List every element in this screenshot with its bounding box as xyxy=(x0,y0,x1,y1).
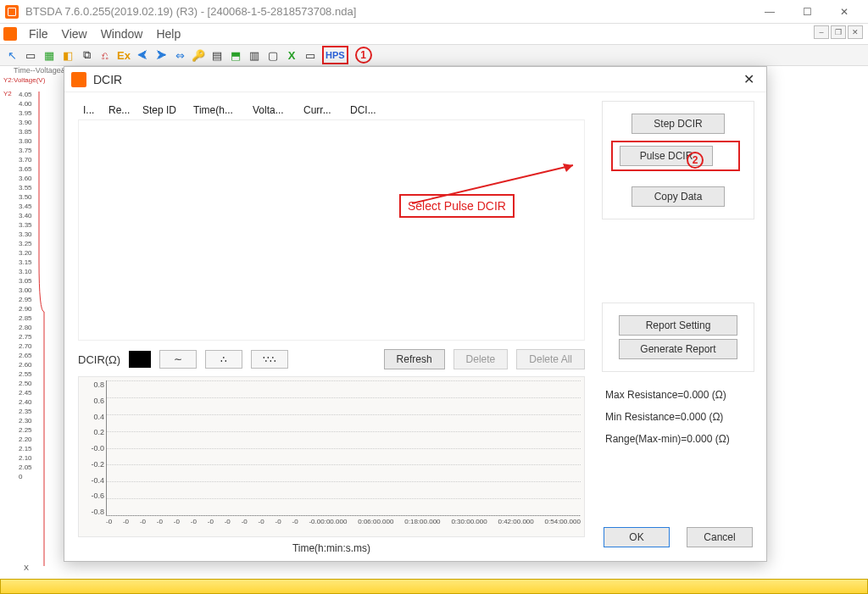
toolbar-icon[interactable]: Ex xyxy=(115,47,132,64)
refresh-button[interactable]: Refresh xyxy=(384,349,445,369)
menu-file[interactable]: File xyxy=(22,25,55,42)
line-style-1[interactable]: ∼ xyxy=(159,350,197,369)
report-group: Report Setting Generate Report xyxy=(602,303,754,372)
dialog-icon xyxy=(71,72,86,87)
toolbar-icon[interactable]: ⎌ xyxy=(97,47,114,64)
toolbar-icon[interactable]: ▢ xyxy=(264,47,281,64)
col-stepid[interactable]: Step ID xyxy=(137,104,188,116)
dialog-title: DCIR xyxy=(93,73,122,86)
dcir-chart: 0.80.60.40.2-0.0-0.2-0.4-0.6-0.8 -0-0-0-… xyxy=(78,376,585,537)
line-style-3[interactable]: ∵∴ xyxy=(251,350,288,369)
app-icon-small xyxy=(3,27,17,41)
resistance-stats: Max Resistance=0.000 (Ω) Min Resistance=… xyxy=(602,379,754,450)
toolbar-icon[interactable]: ▭ xyxy=(302,47,319,64)
menu-bar: File View Window Help xyxy=(0,24,868,44)
mdi-restore[interactable]: ❐ xyxy=(831,25,846,39)
y2-axis-label: Y2:Voltage(V) xyxy=(3,76,45,84)
nav-left-icon[interactable]: ⮜ xyxy=(134,47,151,64)
menu-window[interactable]: Window xyxy=(94,25,150,42)
step-dcir-button[interactable]: Step DCIR xyxy=(632,114,725,134)
pulse-dcir-highlight: Pulse DCIR xyxy=(611,141,740,171)
report-setting-button[interactable]: Report Setting xyxy=(619,315,737,336)
toolbar-icon[interactable]: ▤ xyxy=(209,47,225,64)
maximize-button[interactable]: ☐ xyxy=(788,0,826,24)
col-record[interactable]: Re... xyxy=(103,104,137,116)
max-resistance: Max Resistance=0.000 (Ω) xyxy=(605,384,754,406)
col-current[interactable]: Curr... xyxy=(298,104,345,116)
toolbar-icon[interactable]: ◧ xyxy=(59,47,76,64)
toolbar: ↖ ▭ ▦ ◧ ⧉ ⎌ Ex ⮜ ⮞ ⇔ 🔑 ▤ ⬒ ▥ ▢ X ▭ HPS 1 xyxy=(0,44,868,66)
bg-trace xyxy=(34,92,59,566)
chart-y-ticks: 0.80.60.40.2-0.0-0.2-0.4-0.6-0.8 xyxy=(81,380,104,516)
data-grid[interactable] xyxy=(78,120,585,341)
dcir-mode-group: Step DCIR Pulse DCIR Copy Data xyxy=(602,101,754,219)
chart-x-caption: Time(h:min:s.ms) xyxy=(78,542,585,554)
callout-number-2: 2 xyxy=(687,152,704,169)
dialog-titlebar: DCIR ✕ xyxy=(64,67,766,92)
menu-help[interactable]: Help xyxy=(149,25,187,42)
generate-report-button[interactable]: Generate Report xyxy=(619,339,737,359)
y2-header: Y2 xyxy=(3,90,15,97)
callout-number-1: 1 xyxy=(355,47,372,64)
key-icon[interactable]: 🔑 xyxy=(190,47,207,64)
window-title: BTSDA 7.6.0.255(2019.02.19) (R3) - [2400… xyxy=(25,5,356,18)
minimize-button[interactable]: — xyxy=(751,0,788,24)
toolbar-icon[interactable]: ⬒ xyxy=(227,47,244,64)
chart-plot-area xyxy=(106,380,581,516)
app-icon xyxy=(5,5,19,19)
menu-view[interactable]: View xyxy=(55,25,94,42)
toolbar-icon[interactable]: ⧉ xyxy=(78,47,95,64)
delete-button[interactable]: Delete xyxy=(453,349,509,369)
col-time[interactable]: Time(h... xyxy=(188,104,248,116)
dcir-axis-label: DCIR(Ω) xyxy=(78,353,120,366)
status-highlight-bar xyxy=(0,579,868,594)
chart-x-ticks: -0-0-0-0-0-0-0-0-0-0-0-0-0.00:00.0000:06… xyxy=(106,518,581,533)
range-resistance: Range(Max-min)=0.000 (Ω) xyxy=(605,428,754,450)
copy-data-button[interactable]: Copy Data xyxy=(632,186,725,207)
toolbar-icon[interactable]: ▭ xyxy=(22,47,39,64)
close-button[interactable]: ✕ xyxy=(826,0,863,24)
hps-button[interactable]: HPS xyxy=(326,50,345,60)
color-swatch[interactable] xyxy=(129,351,151,368)
x-header: X xyxy=(24,563,29,572)
dcir-dialog: DCIR ✕ I... Re... Step ID Time(h... Volt… xyxy=(64,66,767,562)
ok-button[interactable]: OK xyxy=(604,527,670,547)
mdi-controls: – ❐ ✕ xyxy=(814,25,863,39)
main-titlebar: BTSDA 7.6.0.255(2019.02.19) (R3) - [2400… xyxy=(0,0,868,24)
y-ticks: 4.054.003.953.903.853.803.753.703.653.60… xyxy=(19,90,32,481)
toolbar-icon[interactable]: ▥ xyxy=(246,47,263,64)
cancel-button[interactable]: Cancel xyxy=(687,527,753,547)
cursor-icon[interactable]: ↖ xyxy=(3,47,20,64)
nav-right-icon[interactable]: ⮞ xyxy=(153,47,170,64)
dialog-close-button[interactable]: ✕ xyxy=(738,69,760,89)
callout-label: Select Pulse DCIR xyxy=(399,194,515,218)
mdi-close[interactable]: ✕ xyxy=(848,25,863,39)
min-resistance: Min Resistance=0.000 (Ω) xyxy=(605,406,754,428)
hps-tool-highlight: HPS xyxy=(322,46,348,64)
line-style-2[interactable]: ∴ xyxy=(205,350,242,369)
col-dcir[interactable]: DCI... xyxy=(345,104,387,116)
delete-all-button[interactable]: Delete All xyxy=(516,349,585,369)
table-header: I... Re... Step ID Time(h... Volta... Cu… xyxy=(78,101,585,120)
nav-leftright-icon[interactable]: ⇔ xyxy=(171,47,188,64)
col-voltage[interactable]: Volta... xyxy=(248,104,298,116)
excel-icon[interactable]: X xyxy=(283,47,300,64)
toolbar-icon[interactable]: ▦ xyxy=(41,47,58,64)
mdi-minimize[interactable]: – xyxy=(814,25,829,39)
col-index[interactable]: I... xyxy=(78,104,103,116)
